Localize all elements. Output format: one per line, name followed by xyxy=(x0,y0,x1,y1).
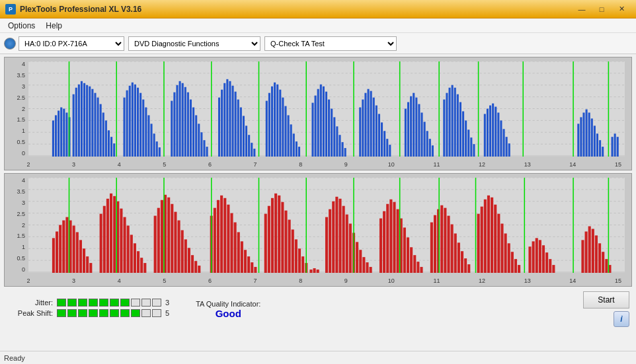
svg-rect-143 xyxy=(506,137,508,157)
start-button[interactable]: Start xyxy=(583,291,629,309)
x-label: 9 xyxy=(339,161,352,168)
top-chart-svg xyxy=(28,61,625,157)
svg-rect-273 xyxy=(410,247,413,273)
svg-rect-113 xyxy=(407,102,409,157)
x-label: 13 xyxy=(521,277,534,284)
svg-rect-316 xyxy=(602,252,604,273)
svg-rect-37 xyxy=(137,88,139,157)
svg-rect-14 xyxy=(86,85,88,157)
svg-rect-46 xyxy=(171,101,173,157)
bottom-chart-x-axis: 2 3 4 5 6 7 8 9 10 11 12 13 14 15 xyxy=(28,277,625,284)
svg-rect-116 xyxy=(415,98,417,157)
svg-rect-312 xyxy=(588,226,591,273)
maximize-button[interactable]: □ xyxy=(592,3,611,15)
svg-rect-58 xyxy=(203,140,205,157)
close-button[interactable]: ✕ xyxy=(612,3,631,15)
ps-seg-4 xyxy=(89,309,98,317)
svg-rect-56 xyxy=(198,124,200,157)
top-chart-area xyxy=(28,61,625,157)
svg-rect-27 xyxy=(58,110,60,157)
svg-rect-127 xyxy=(454,88,456,157)
svg-rect-192 xyxy=(100,214,102,273)
svg-rect-297 xyxy=(504,233,507,273)
svg-rect-183 xyxy=(62,221,65,273)
svg-rect-91 xyxy=(323,87,325,157)
svg-rect-153 xyxy=(599,140,601,157)
x-label: 13 xyxy=(521,161,534,168)
minimize-button[interactable]: — xyxy=(573,3,591,15)
svg-rect-51 xyxy=(184,87,186,157)
x-label: 12 xyxy=(475,277,489,284)
svg-rect-30 xyxy=(65,112,67,157)
jitter-seg-6 xyxy=(110,299,119,307)
app-icon: P xyxy=(5,4,16,15)
svg-rect-267 xyxy=(389,200,392,273)
svg-rect-103 xyxy=(368,89,370,157)
title-bar-left: P PlexTools Professional XL V3.16 xyxy=(5,4,141,15)
svg-rect-207 xyxy=(157,208,160,273)
svg-rect-20 xyxy=(102,112,104,157)
svg-rect-107 xyxy=(378,114,380,157)
svg-rect-244 xyxy=(298,248,301,273)
svg-rect-87 xyxy=(311,103,313,157)
jitter-seg-9 xyxy=(141,299,151,307)
svg-rect-78 xyxy=(276,85,278,157)
svg-rect-245 xyxy=(301,256,304,273)
x-label: 4 xyxy=(112,161,126,168)
toolbar: HA:0 ID:0 PX-716A DVD Diagnostic Functio… xyxy=(0,33,636,54)
svg-rect-131 xyxy=(465,120,467,157)
svg-rect-290 xyxy=(481,207,483,273)
svg-rect-291 xyxy=(484,200,487,273)
svg-rect-251 xyxy=(329,209,331,273)
svg-rect-282 xyxy=(447,216,450,273)
svg-rect-152 xyxy=(596,133,598,157)
jitter-seg-3 xyxy=(78,299,87,307)
svg-rect-314 xyxy=(595,235,598,273)
svg-rect-74 xyxy=(266,101,268,157)
jitter-seg-8 xyxy=(131,299,140,307)
svg-rect-101 xyxy=(362,100,364,157)
svg-rect-203 xyxy=(137,251,139,273)
bottom-chart-area xyxy=(28,178,625,273)
info-button[interactable]: i xyxy=(614,311,629,327)
svg-rect-229 xyxy=(241,241,243,273)
svg-rect-212 xyxy=(174,212,177,273)
main-content: 4 3.5 3 2.5 2 1.5 1 0.5 0 xyxy=(0,54,636,289)
svg-rect-309 xyxy=(552,265,555,273)
ps-seg-2 xyxy=(67,309,77,317)
svg-rect-303 xyxy=(532,241,535,273)
svg-rect-236 xyxy=(271,198,274,273)
svg-rect-28 xyxy=(60,108,62,157)
svg-rect-94 xyxy=(331,109,333,157)
ps-seg-9 xyxy=(141,309,151,317)
svg-rect-272 xyxy=(407,237,409,273)
test-select[interactable]: Q-Check TA Test xyxy=(264,36,397,51)
y-label: 3 xyxy=(22,200,25,206)
svg-rect-157 xyxy=(617,137,619,157)
menu-help[interactable]: Help xyxy=(40,20,67,32)
svg-rect-234 xyxy=(264,214,267,273)
svg-rect-304 xyxy=(536,238,538,273)
function-select[interactable]: DVD Diagnostic Functions xyxy=(128,36,260,51)
svg-rect-110 xyxy=(386,139,388,157)
svg-rect-213 xyxy=(178,221,180,273)
svg-rect-217 xyxy=(191,255,194,273)
x-label: 4 xyxy=(112,277,126,284)
svg-rect-140 xyxy=(497,112,499,157)
drive-selector-area: HA:0 ID:0 PX-716A xyxy=(4,36,124,51)
jitter-seg-4 xyxy=(89,299,98,307)
svg-rect-250 xyxy=(325,217,328,273)
svg-rect-208 xyxy=(161,200,163,273)
svg-rect-29 xyxy=(63,109,65,157)
svg-rect-262 xyxy=(366,262,368,273)
svg-rect-235 xyxy=(268,206,270,273)
svg-rect-226 xyxy=(230,213,233,273)
svg-rect-112 xyxy=(405,109,407,157)
svg-rect-215 xyxy=(184,239,187,273)
drive-select[interactable]: HA:0 ID:0 PX-716A xyxy=(19,36,124,51)
svg-rect-89 xyxy=(317,89,319,157)
menu-options[interactable]: Options xyxy=(3,20,40,32)
svg-rect-214 xyxy=(181,230,184,273)
svg-rect-114 xyxy=(410,96,412,157)
svg-rect-108 xyxy=(381,122,383,157)
